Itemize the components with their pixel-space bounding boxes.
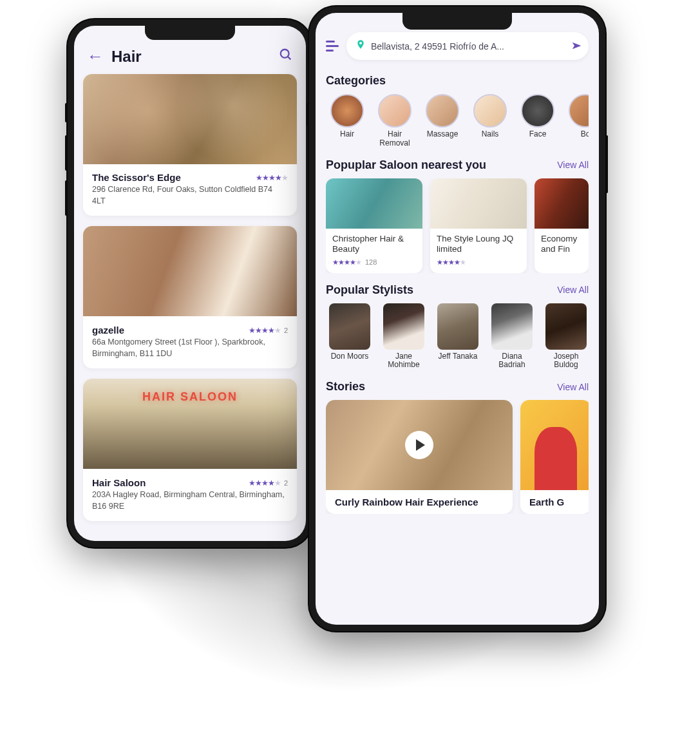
stylist-item[interactable]: Diana Badriah <box>488 303 536 370</box>
story-title: Curly Rainbow Hair Experience <box>326 490 513 514</box>
story-card[interactable]: Curly Rainbow Hair Experience <box>326 400 513 514</box>
view-all-link[interactable]: View All <box>557 285 589 295</box>
saloon-image <box>430 178 527 229</box>
saloon-name: The Style Loung JQ limited <box>437 234 520 256</box>
saloon-card[interactable]: The Style Loung JQ limited ★★★★★ <box>430 178 527 273</box>
svg-point-0 <box>281 49 289 57</box>
page-title: Hair <box>111 48 271 66</box>
location-text: Bellavista, 2 49591 Riofrío de A... <box>371 41 564 52</box>
search-icon[interactable] <box>279 48 293 66</box>
stylists-section: Popular Stylists View All Don Moors Jane… <box>316 277 599 374</box>
pin-icon <box>355 38 366 54</box>
stylist-photo <box>437 303 478 350</box>
rating-row: ★★★★★ <box>437 258 520 267</box>
story-card[interactable]: Earth G <box>520 400 589 514</box>
saloon-name: Christopher Hair & Beauty <box>332 234 416 256</box>
salon-image <box>83 74 297 164</box>
salon-list: The Scissor's Edge ★★★★★ 296 Clarence Rd… <box>74 74 306 521</box>
section-title: Stories <box>326 380 365 393</box>
categories-section: Categories Hair Hair Removal Massage Nai… <box>316 68 599 152</box>
category-thumb <box>521 94 554 128</box>
svg-line-1 <box>288 56 291 59</box>
category-massage[interactable]: Massage <box>421 94 464 148</box>
category-hair-removal[interactable]: Hair Removal <box>374 94 416 148</box>
phone-right: Bellavista, 2 49591 Riofrío de A... Cate… <box>309 6 605 631</box>
menu-icon[interactable] <box>326 41 340 52</box>
notch <box>145 26 235 40</box>
stylist-row[interactable]: Don Moors Jane Mohimbe Jeff Tanaka Diana… <box>326 303 589 370</box>
salon-card[interactable]: The Scissor's Edge ★★★★★ 296 Clarence Rd… <box>83 74 297 216</box>
salon-image: HAIR SALOON <box>83 379 297 469</box>
phone-left: ← Hair The Scissor's Edge ★★★★★ 296 Clar… <box>68 19 312 547</box>
salon-address: 66a Montgomery Street (1st Floor ), Spar… <box>92 337 288 359</box>
rating-row: ★★★★★ 2 <box>249 324 288 336</box>
stylist-item[interactable]: Jeff Tanaka <box>434 303 482 370</box>
rating-row: ★★★★★ 2 <box>249 477 288 488</box>
category-thumb <box>473 94 507 128</box>
category-row[interactable]: Hair Hair Removal Massage Nails Face Bo <box>326 94 589 148</box>
notch <box>402 13 512 30</box>
section-title: Categories <box>326 74 386 88</box>
saloon-image <box>326 178 422 229</box>
view-all-link[interactable]: View All <box>557 160 589 170</box>
salon-sign-text: HAIR SALOON <box>142 390 238 404</box>
navigate-icon[interactable] <box>566 38 582 54</box>
stories-section: Stories View All Curly Rainbow Hair Expe… <box>316 374 599 518</box>
salon-name: Hair Saloon <box>92 477 146 488</box>
section-title: Popuplar Saloon nearest you <box>326 158 486 172</box>
category-hair[interactable]: Hair <box>326 94 368 148</box>
story-image <box>326 400 513 490</box>
story-row[interactable]: Curly Rainbow Hair Experience Earth G <box>326 400 589 514</box>
story-image <box>520 400 589 490</box>
saloon-card[interactable]: Economy and Fin <box>534 178 589 273</box>
category-body[interactable]: Bo <box>564 94 589 148</box>
category-nails[interactable]: Nails <box>469 94 511 148</box>
saloon-image <box>534 178 589 229</box>
section-title: Popular Stylists <box>326 283 413 297</box>
salon-card[interactable]: gazelle ★★★★★ 2 66a Montgomery Street (1… <box>83 226 297 368</box>
location-bar[interactable]: Bellavista, 2 49591 Riofrío de A... <box>346 32 589 60</box>
category-thumb <box>378 94 411 128</box>
rating-stars: ★★★★★ <box>256 173 288 182</box>
stylist-item[interactable]: Jane Mohimbe <box>380 303 428 370</box>
story-title: Earth G <box>520 490 589 514</box>
category-face[interactable]: Face <box>516 94 559 148</box>
stylist-photo <box>545 303 587 350</box>
saloon-section: Popuplar Saloon nearest you View All Chr… <box>316 152 599 277</box>
category-thumb <box>426 94 459 128</box>
stylist-photo <box>329 303 370 350</box>
stylist-photo <box>383 303 424 350</box>
stylist-item[interactable]: Joseph Buldog <box>542 303 589 370</box>
salon-image <box>83 226 297 316</box>
saloon-row[interactable]: Christopher Hair & Beauty ★★★★★128 The S… <box>326 178 589 273</box>
saloon-name: Economy and Fin <box>541 234 582 256</box>
category-thumb <box>330 94 364 128</box>
stylist-item[interactable]: Don Moors <box>326 303 374 370</box>
saloon-card[interactable]: Christopher Hair & Beauty ★★★★★128 <box>326 178 422 273</box>
category-thumb <box>569 94 589 128</box>
play-icon[interactable] <box>405 431 433 459</box>
salon-name: gazelle <box>92 325 124 336</box>
rating-row: ★★★★★128 <box>332 258 416 267</box>
salon-name: The Scissor's Edge <box>92 172 181 183</box>
salon-address: 296 Clarence Rd, Four Oaks, Sutton Coldf… <box>92 184 288 207</box>
salon-address: 203A Hagley Road, Birmingham Central, Bi… <box>92 489 288 512</box>
back-icon[interactable]: ← <box>87 46 104 66</box>
stylist-photo <box>491 303 533 350</box>
salon-card[interactable]: HAIR SALOON Hair Saloon ★★★★★ 2 203A Hag… <box>83 379 297 521</box>
view-all-link[interactable]: View All <box>557 382 589 392</box>
